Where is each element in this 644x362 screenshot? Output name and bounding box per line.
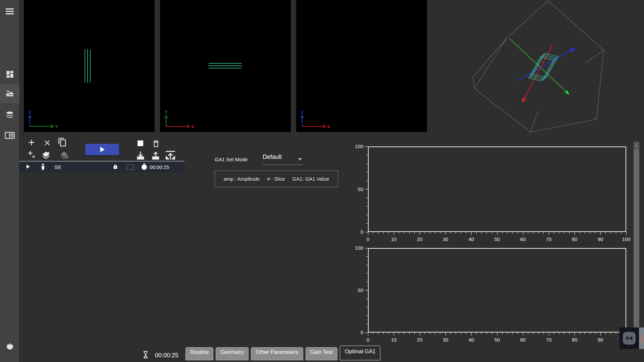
slice-stack-3d [529,53,558,81]
x-minor-tick [518,333,518,334]
x-minor-tick [425,232,425,234]
x-minor-tick [450,232,451,234]
add-protocol-button[interactable]: P [27,149,36,160]
add-button[interactable] [27,138,36,147]
x-major-tick [523,333,523,336]
x-tick-label: 70 [541,236,556,242]
widget-handle[interactable] [639,327,644,349]
x-major-tick [471,232,472,235]
x-minor-tick [621,232,621,234]
tab-routine[interactable]: Routine [185,347,213,360]
x-minor-tick [580,333,580,334]
x-minor-tick [590,333,590,334]
x-minor-tick [399,333,399,334]
scanner-icon [5,88,14,99]
remove-button[interactable] [43,138,52,147]
x-minor-tick [533,333,533,334]
x-minor-tick [564,232,565,234]
x-tick-label: 30 [438,337,453,343]
ga1-mode-select[interactable]: Default [263,154,304,165]
y-minor-tick [366,155,368,155]
x-minor-tick [569,232,570,234]
x-minor-tick [502,232,502,234]
x-minor-tick [502,333,502,334]
x-minor-tick [595,333,595,334]
sequence-row[interactable]: SE 00:00:25 [19,162,184,173]
svg-text:Z: Z [301,110,304,115]
tab-other-parameters[interactable]: Other Parameters [251,347,303,360]
x-minor-tick [487,333,487,334]
y-minor-tick [366,206,368,206]
y-major-tick [365,146,368,147]
x-minor-tick [538,333,539,334]
select-underline [263,165,303,165]
x-minor-tick [518,232,518,234]
sidebar-item-database[interactable] [0,107,19,125]
parameter-tabs: Routine Geometry Other Parameters Gain T… [185,347,380,360]
widget-app-icon[interactable] [623,332,636,345]
publish-icon [165,150,176,160]
y-minor-tick [366,223,368,224]
x-minor-tick [559,333,559,334]
tab-geometry[interactable]: Geometry [216,347,249,360]
x-minor-tick [580,232,580,234]
plot-box [368,146,626,232]
x-major-tick [575,232,575,235]
scroll-up-button[interactable]: ▲ [634,142,639,149]
close-icon [43,138,52,147]
publish-button[interactable] [164,150,176,160]
x-minor-tick [466,333,466,334]
plus-p-icon: P [27,149,36,160]
x-minor-tick [616,333,616,334]
x-minor-tick [595,232,595,234]
y-minor-tick [366,198,368,198]
viewport-transverse[interactable]: Y X [160,0,291,132]
x-minor-tick [373,333,373,334]
y-minor-tick [366,265,368,265]
ga1-set-mode-label: GA1 Set Mode [215,157,248,162]
slice-line [209,63,241,64]
plus-icon [27,138,36,147]
vertical-scrollbar[interactable]: ▲ [634,142,639,332]
delete-button[interactable] [151,138,161,149]
x-tick-label: 30 [438,236,453,242]
sequence-play-icon[interactable] [26,164,30,170]
x-minor-tick [399,232,399,234]
viewport-coronal[interactable]: Z Y [24,0,155,132]
duplicate-button[interactable] [57,137,67,147]
sidebar-item-protocols[interactable] [0,127,19,145]
upload-button[interactable] [151,151,161,160]
stop-button[interactable] [137,140,144,146]
import-layers-button[interactable] [58,151,70,160]
x-minor-tick [435,333,435,334]
x-minor-tick [564,333,565,334]
x-minor-tick [455,232,456,234]
x-minor-tick [585,232,585,234]
x-minor-tick [383,232,384,234]
axis-indicator: Y X [163,110,224,129]
menu-button[interactable] [0,3,19,21]
power-button[interactable] [0,338,19,357]
viewport-sagittal[interactable]: Z X [296,0,427,132]
sidebar-item-dashboard[interactable] [0,65,19,84]
x-minor-tick [513,333,513,334]
y-tick-label: 100 [348,245,363,251]
tab-gain-test[interactable]: Gain Test [306,347,337,360]
lock-icon[interactable] [113,163,118,171]
x-minor-tick [466,232,466,234]
tab-optimal-ga1[interactable]: Optimal GA1 [340,346,381,360]
view3d-scene[interactable] [470,0,610,134]
sidebar-item-scanner[interactable] [0,84,19,103]
x-minor-tick [528,232,528,234]
download-button[interactable] [136,151,146,160]
export-layers-button[interactable] [40,151,52,160]
y-major-tick [365,248,368,248]
x-tick-label: 100 [619,236,634,242]
corner-widget[interactable] [620,327,644,349]
y-minor-tick [366,282,368,282]
x-tick-label: 10 [386,337,401,343]
y-tick-label: 0 [348,329,363,335]
run-button[interactable] [85,144,119,155]
x-minor-tick [388,232,389,234]
selection-box-icon[interactable] [127,165,134,170]
